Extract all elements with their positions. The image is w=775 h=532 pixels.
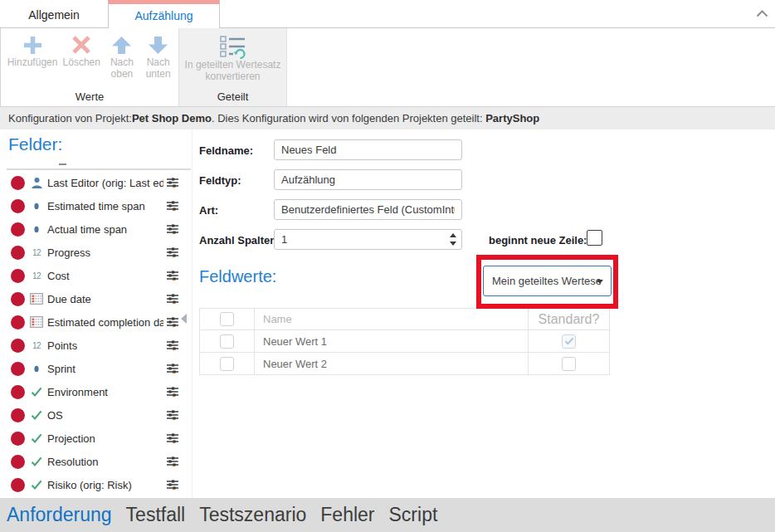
shared-valueset-dropdown[interactable]: Mein geteiltes Wertese: [483, 266, 612, 296]
number-icon: 12: [29, 248, 44, 257]
duration-icon: [29, 225, 44, 234]
convert-shared-valueset-label: In geteilten Wertesatz konvertieren: [179, 59, 286, 82]
field-item[interactable]: OS: [0, 403, 192, 427]
field-item[interactable]: 12Progress: [0, 241, 192, 264]
delete-button-label: Löschen: [63, 56, 100, 68]
tab-aufzaehlung[interactable]: Aufzählung: [108, 0, 220, 28]
move-up-button[interactable]: Nach oben: [105, 33, 138, 80]
standard-checkbox[interactable]: [562, 357, 576, 371]
standard-checkbox[interactable]: [562, 334, 576, 349]
field-item[interactable]: Due date: [0, 287, 192, 310]
arrow-down-icon: [149, 33, 168, 56]
x-icon: [72, 33, 90, 56]
bottom-tab-script[interactable]: Script: [389, 504, 438, 526]
value-table-row[interactable]: Neuer Wert 2: [199, 353, 610, 375]
spinner-up-icon[interactable]: [450, 233, 456, 237]
delete-button[interactable]: Löschen: [59, 33, 104, 80]
bottom-tab-fehler[interactable]: Fehler: [320, 504, 374, 526]
splitter-grip[interactable]: [59, 164, 66, 165]
field-options-sliders-icon[interactable]: [165, 222, 180, 236]
red-status-dot-icon: [11, 455, 25, 469]
red-status-dot-icon: [11, 362, 25, 376]
bottom-tab-testfall[interactable]: Testfall: [126, 504, 186, 526]
collapse-panel-handle[interactable]: [181, 314, 187, 324]
date-icon: [29, 316, 44, 328]
art-input[interactable]: [274, 199, 462, 220]
feldname-input[interactable]: [274, 139, 462, 160]
field-item[interactable]: Estimated completion dat: [0, 310, 192, 334]
field-label: Cost: [47, 270, 163, 282]
chevron-down-icon: [597, 280, 603, 284]
field-options-sliders-icon[interactable]: [165, 455, 180, 468]
spalten-spinner[interactable]: [450, 233, 456, 246]
convert-list-refresh-icon: [219, 34, 246, 59]
field-options-sliders-icon[interactable]: [165, 176, 180, 189]
fields-divider: [7, 168, 191, 170]
red-status-dot-icon: [11, 432, 25, 446]
ribbon-group-werte: Hinzufügen Löschen Nach oben: [1, 28, 179, 106]
field-options-sliders-icon[interactable]: [165, 269, 180, 282]
field-item[interactable]: 12Points: [0, 334, 192, 357]
field-options-sliders-icon[interactable]: [165, 246, 180, 259]
value-table-row[interactable]: Neuer Wert 1: [199, 330, 610, 353]
add-button[interactable]: Hinzufügen: [6, 33, 59, 80]
ribbon-group-geteilt: In geteilten Wertesatz konvertieren Gete…: [179, 28, 287, 106]
anzahl-spalten-label: Anzahl Spalten:: [199, 234, 280, 246]
shared-valueset-dropdown-value: Mein geteiltes Wertese: [492, 275, 602, 287]
field-options-sliders-icon[interactable]: [165, 432, 180, 445]
field-item[interactable]: Last Editor (orig: Last edit: [0, 171, 192, 194]
field-options-sliders-icon[interactable]: [165, 362, 180, 375]
spinner-down-icon[interactable]: [450, 242, 456, 246]
field-options-sliders-icon[interactable]: [165, 408, 180, 422]
user-icon: [29, 177, 44, 189]
move-down-button[interactable]: Nach unten: [139, 33, 177, 80]
field-item[interactable]: Estimated time span: [0, 194, 192, 217]
field-label: Resolution: [47, 456, 163, 468]
red-status-dot-icon: [11, 315, 25, 329]
tab-allgemein[interactable]: Allgemein: [0, 0, 108, 27]
field-label: Projection: [47, 432, 163, 445]
config-project-name: Pet Shop Demo: [132, 112, 212, 124]
field-item[interactable]: Projection: [0, 427, 192, 450]
field-options-sliders-icon[interactable]: [165, 292, 180, 305]
field-label: Points: [47, 339, 163, 352]
select-all-checkbox[interactable]: [220, 312, 234, 326]
collapse-ribbon-button[interactable]: [756, 6, 768, 21]
field-options-sliders-icon[interactable]: [165, 199, 180, 212]
bottom-tab-anforderung[interactable]: Anforderung: [7, 504, 112, 526]
date-icon: [29, 293, 44, 305]
field-item[interactable]: 12Cost: [0, 264, 192, 287]
field-item[interactable]: Risiko (orig: Risk): [0, 473, 192, 496]
feldtyp-input[interactable]: [274, 169, 462, 190]
red-status-dot-icon: [11, 339, 25, 353]
field-options-sliders-icon[interactable]: [165, 478, 180, 491]
field-item[interactable]: Actual time span: [0, 217, 192, 241]
row-select-checkbox[interactable]: [220, 334, 234, 349]
bottom-tab-testszenario[interactable]: Testszenario: [199, 504, 306, 526]
field-item[interactable]: Resolution: [0, 450, 192, 473]
field-options-sliders-icon[interactable]: [165, 339, 180, 352]
red-status-dot-icon: [11, 246, 25, 260]
duration-icon: [29, 202, 44, 211]
neue-zeile-checkbox[interactable]: [587, 230, 602, 246]
field-configuration-window: Allgemein Aufzählung Hinzufügen: [0, 0, 775, 532]
add-button-label: Hinzufügen: [7, 56, 58, 68]
fields-list: Last Editor (orig: Last editEstimated ti…: [0, 171, 192, 496]
red-status-dot-icon: [11, 222, 25, 237]
duration-icon: [29, 364, 44, 373]
field-label: Risiko (orig: Risk): [47, 479, 163, 491]
field-options-sliders-icon[interactable]: [165, 385, 180, 398]
red-status-dot-icon: [11, 199, 25, 213]
anzahl-spalten-input[interactable]: [274, 229, 462, 250]
row-select-checkbox[interactable]: [220, 357, 234, 371]
field-item[interactable]: Environment: [0, 380, 192, 403]
ribbon: Hinzufügen Löschen Nach oben: [0, 28, 775, 107]
config-prefix: Konfiguration von Projekt:: [8, 112, 132, 124]
field-label: Last Editor (orig: Last edit: [47, 177, 163, 189]
field-options-sliders-icon[interactable]: [165, 315, 180, 329]
convert-shared-valueset-button[interactable]: In geteilten Wertesatz konvertieren: [179, 28, 286, 82]
configuration-info-bar: Konfiguration von Projekt:Pet Shop Demo.…: [0, 107, 775, 129]
field-item[interactable]: Sprint: [0, 357, 192, 380]
red-status-dot-icon: [11, 478, 25, 492]
group-label-geteilt: Geteilt: [179, 90, 286, 103]
